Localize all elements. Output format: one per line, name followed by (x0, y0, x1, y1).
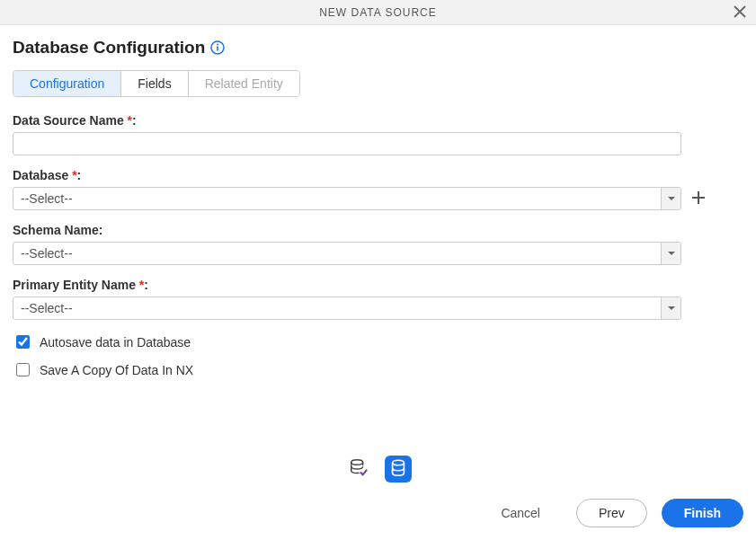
tab-configuration[interactable]: Configuration (13, 71, 121, 96)
tabs: Configuration Fields Related Entity (13, 70, 300, 97)
titlebar: NEW DATA SOURCE (0, 0, 756, 25)
chevron-down-icon (661, 297, 680, 319)
plus-icon (690, 190, 707, 208)
save-copy-checkbox-row: Save A Copy Of Data In NX (13, 360, 743, 379)
wizard-steps (13, 434, 743, 491)
autosave-label: Autosave data in Database (40, 335, 191, 350)
label-primary-entity: Primary Entity Name *: (13, 278, 743, 292)
primary-entity-select-value: --Select-- (13, 301, 661, 315)
finish-button[interactable]: Finish (662, 499, 743, 527)
field-data-source-name: Data Source Name *: (13, 113, 743, 155)
database-select[interactable]: --Select-- (13, 187, 681, 210)
chevron-down-icon (661, 188, 680, 209)
data-source-name-input[interactable] (13, 132, 681, 155)
add-database-button[interactable] (689, 189, 708, 208)
close-button[interactable] (731, 4, 749, 22)
info-icon[interactable] (210, 40, 225, 55)
cancel-button[interactable]: Cancel (479, 499, 562, 527)
close-icon (734, 5, 746, 21)
header-row: Database Configuration (13, 38, 743, 58)
label-schema-name: Schema Name: (13, 223, 743, 237)
step-completed-icon[interactable] (345, 456, 372, 482)
tab-related-entity: Related Entity (189, 71, 299, 96)
svg-point-4 (392, 460, 404, 465)
dialog-body: Database Configuration Configuration Fie… (0, 25, 756, 491)
dialog-footer: Cancel Prev Finish (0, 491, 756, 540)
svg-rect-2 (218, 47, 219, 51)
schema-name-select-value: --Select-- (13, 246, 661, 261)
page-title: Database Configuration (13, 38, 205, 58)
field-primary-entity: Primary Entity Name *: --Select-- (13, 278, 743, 320)
field-database: Database *: --Select-- (13, 168, 743, 210)
database-select-value: --Select-- (13, 191, 661, 206)
database-check-icon (349, 458, 369, 481)
save-copy-checkbox[interactable] (16, 363, 30, 376)
new-data-source-dialog: NEW DATA SOURCE Database Configuration C… (0, 0, 756, 540)
prev-button[interactable]: Prev (576, 499, 647, 527)
save-copy-label: Save A Copy Of Data In NX (40, 363, 193, 377)
database-icon (388, 458, 408, 481)
svg-point-3 (351, 459, 362, 464)
label-database: Database *: (13, 168, 743, 182)
autosave-checkbox[interactable] (16, 335, 30, 349)
autosave-checkbox-row: Autosave data in Database (13, 332, 743, 351)
field-schema-name: Schema Name: --Select-- (13, 223, 743, 265)
schema-name-select[interactable]: --Select-- (13, 242, 681, 265)
chevron-down-icon (661, 243, 680, 264)
dialog-title: NEW DATA SOURCE (319, 6, 437, 19)
svg-point-1 (217, 44, 218, 46)
step-current-icon[interactable] (385, 456, 412, 482)
label-data-source-name: Data Source Name *: (13, 113, 743, 128)
primary-entity-select[interactable]: --Select-- (13, 297, 681, 320)
tab-fields[interactable]: Fields (121, 71, 188, 96)
